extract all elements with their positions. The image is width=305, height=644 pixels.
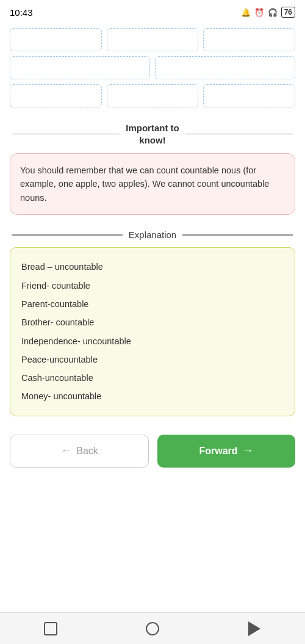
divider-right — [185, 134, 293, 135]
tile[interactable] — [107, 28, 199, 51]
exp-item-8: Money- uncountable — [21, 387, 284, 405]
status-time: 10:43 — [10, 7, 33, 18]
battery-badge: 76 — [281, 7, 295, 18]
tile[interactable] — [10, 84, 102, 107]
headphone-icon: 🎧 — [268, 8, 278, 17]
tile[interactable] — [10, 56, 150, 79]
tiles-row-1 — [10, 28, 295, 51]
buttons-area: ← Back Forward → — [0, 429, 305, 477]
status-icons: 🔔 ⏰ 🎧 76 — [241, 7, 295, 18]
alarm-icon: 🔔 — [241, 8, 251, 17]
square-icon — [44, 622, 57, 635]
explanation-box: Bread – uncountable Friend- countable Pa… — [10, 247, 295, 416]
explanation-title: Explanation — [129, 230, 176, 240]
exp-item-7: Cash-uncountable — [21, 369, 284, 387]
nav-square-button[interactable] — [40, 618, 62, 640]
important-title: Important toknow! — [126, 122, 179, 146]
nav-triangle-button[interactable] — [243, 618, 265, 640]
tile[interactable] — [155, 56, 295, 79]
exp-item-4: Brother- countable — [21, 313, 284, 331]
exp-item-5: Independence- uncountable — [21, 332, 284, 350]
info-text: You should remember that we can count co… — [20, 165, 269, 203]
exp-divider-right — [182, 234, 293, 236]
tile[interactable] — [107, 84, 199, 107]
info-box: You should remember that we can count co… — [10, 153, 295, 215]
circle-icon — [146, 622, 159, 635]
forward-button[interactable]: Forward → — [157, 435, 295, 468]
back-button[interactable]: ← Back — [10, 435, 149, 468]
nav-circle-button[interactable] — [142, 618, 163, 640]
bottom-nav — [0, 612, 305, 644]
back-button-label: Back — [76, 446, 98, 457]
exp-item-2: Friend- countable — [21, 277, 284, 295]
tiles-row-3 — [10, 84, 295, 107]
exp-item-6: Peace-uncountable — [21, 350, 284, 369]
exp-item-3: Parent-countable — [21, 295, 284, 313]
exp-divider-left — [12, 234, 123, 236]
triangle-icon — [248, 621, 260, 636]
tiles-area — [0, 22, 305, 112]
forward-arrow-icon: → — [243, 444, 254, 457]
exp-item-1: Bread – uncountable — [21, 258, 284, 276]
important-section-header: Important toknow! — [0, 112, 305, 151]
status-bar: 10:43 🔔 ⏰ 🎧 76 — [0, 0, 305, 22]
divider-left — [12, 134, 120, 135]
tiles-row-2 — [10, 56, 295, 79]
back-arrow-icon: ← — [60, 444, 71, 457]
clock-icon: ⏰ — [254, 8, 264, 17]
forward-button-label: Forward — [199, 446, 237, 457]
tile[interactable] — [203, 84, 295, 107]
tile[interactable] — [203, 28, 295, 51]
explanation-section-header: Explanation — [0, 225, 305, 245]
tile[interactable] — [10, 28, 102, 51]
